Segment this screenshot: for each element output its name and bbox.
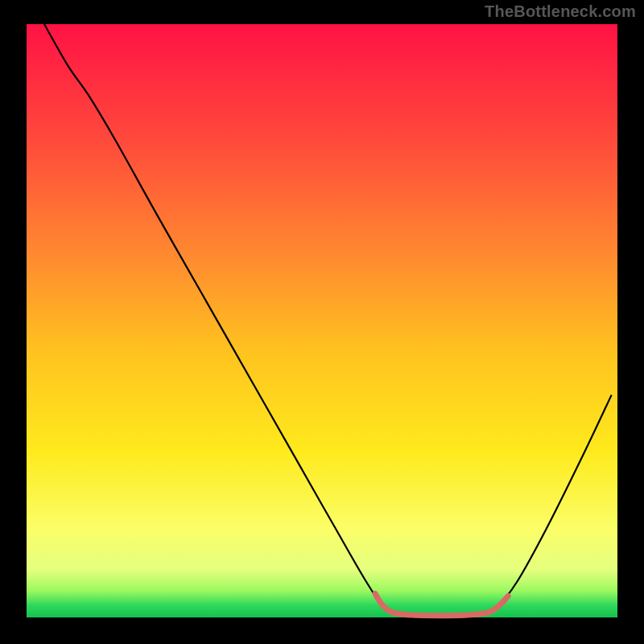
plot-background (27, 24, 617, 617)
chart-container: TheBottleneck.com (0, 0, 644, 644)
chart-svg (0, 0, 644, 644)
watermark-text: TheBottleneck.com (485, 2, 636, 21)
